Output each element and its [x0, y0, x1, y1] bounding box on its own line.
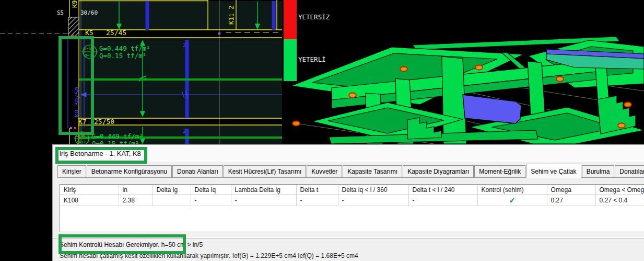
legend-sufficient-label: YETERLİ	[298, 55, 326, 63]
tab-kuvvetler[interactable]: Kuvvetler	[307, 165, 342, 178]
slab-id-label: D:90	[84, 47, 93, 51]
legend-insufficient-swatch	[284, 0, 297, 39]
cell-lambda-delta-ig: -	[231, 195, 296, 206]
tab-moment-egrilik[interactable]: Moment-Eğrilik	[474, 165, 525, 178]
col-ln[interactable]: ln	[119, 185, 153, 195]
cell-delta-t-240: -	[408, 195, 477, 206]
label-k8: K8 30/50	[74, 87, 81, 117]
tab-sehim-ve-catlak[interactable]: Sehim ve Çatlak	[526, 164, 581, 178]
label-s5: S5	[57, 9, 64, 16]
slab-load-annotation-lower: D:90 d=12 G=0.449 tf/m² Q=0.15 tf/m²	[74, 132, 143, 144]
slab-thickness-label: d=12	[85, 53, 93, 58]
tab-donati-alanlari[interactable]: Donatı Alanları	[172, 165, 223, 178]
deflection-table: Kiriş ln Delta ig Delta iq Lambda Delta …	[60, 184, 644, 232]
col-delta-iq-360[interactable]: Delta iq < l / 360	[338, 185, 408, 195]
divider	[53, 237, 644, 239]
label-k7-size: 25/50	[94, 118, 114, 126]
label-k11: K11 2	[228, 6, 235, 25]
label-30-60: 30/60	[80, 9, 98, 16]
label-axis2-bottom: 2	[183, 128, 186, 134]
tab-kapasite-tasarimi[interactable]: Kapasite Tasarımı	[343, 165, 402, 178]
3d-view[interactable]: YETERSİZ YETERLİ	[282, 0, 644, 144]
tab-donatilar[interactable]: Donatılar	[615, 165, 644, 178]
cell-ln: 2.38	[119, 195, 153, 206]
check-icon: ✓	[477, 195, 547, 206]
capacity-legend: YETERSİZ YETERLİ	[284, 0, 330, 81]
cell-omega-limit: 0.27 < 0.4	[595, 195, 644, 206]
col-lambda-delta-ig[interactable]: Lambda Delta ig	[231, 185, 296, 195]
label-k5: K5	[85, 29, 93, 37]
cell-delta-iq: -	[191, 195, 231, 206]
tabstrip: Kirişler Betonarme Konfigürasyonu Donatı…	[57, 163, 644, 178]
label-axis2-top: 2	[183, 42, 186, 48]
tab-kapasite-diyagramlari[interactable]: Kapasite Diyagramları	[403, 165, 474, 178]
slab-thickness-label: d=12	[77, 140, 86, 144]
plan-drawing: D:90 d=12 G=0.449 tf/m² Q=0.15 tf/m² D:9…	[0, 0, 282, 144]
live-load-label: Q=0.15 tf/m²	[92, 140, 139, 144]
cell-delta-iq-360: -	[338, 195, 408, 206]
beam-report-panel: iriş Betonarme - 1. KAT, K8 Kirişler Bet…	[52, 144, 644, 261]
col-delta-ig[interactable]: Delta ig	[153, 185, 191, 195]
tab-kesit-hucresi-lif-tasarimi[interactable]: Kesit Hücresi(Lif) Tasarımı	[224, 165, 306, 178]
3d-render: YETERSİZ YETERLİ	[282, 0, 644, 144]
beam-k8-selected[interactable]	[463, 95, 521, 123]
col-omega[interactable]: Omega	[547, 185, 595, 195]
col-delta-iq[interactable]: Delta iq	[191, 185, 231, 195]
live-load-label: Q=0.15 tf/m²	[99, 52, 146, 60]
tab-kirisler[interactable]: Kirişler	[57, 165, 86, 178]
tab-burulma[interactable]: Burulma	[582, 165, 615, 178]
dead-load-label: G=0.449 tf/m²	[92, 132, 143, 140]
status-line-primary: Sehim Kontrolü Hesabı Gerekmiyor. h=50 c…	[60, 241, 203, 248]
legend-sufficient-swatch	[284, 39, 297, 81]
plan-view[interactable]: D:90 d=12 G=0.449 tf/m² Q=0.15 tf/m² D:9…	[0, 0, 282, 144]
panel-title: iriş Betonarme - 1. KAT, K8	[60, 150, 141, 157]
table-header-row: Kiriş ln Delta ig Delta iq Lambda Delta …	[60, 185, 644, 195]
status-line-secondary: Sehim hesabı çatlamış kesit özellikleri …	[60, 252, 358, 259]
table-row[interactable]: K108 2.38 - - - - - ✓ 0.27 0.27 < 0.4	[60, 195, 644, 206]
tab-betonarme-konfigurasyonu[interactable]: Betonarme Konfigürasyonu	[87, 165, 172, 178]
col-delta-t-240[interactable]: Delta t < l / 240	[408, 185, 477, 195]
cell-delta-t: -	[296, 195, 338, 206]
app-window: D:90 d=12 G=0.449 tf/m² Q=0.15 tf/m² D:9…	[0, 0, 644, 261]
col-delta-t[interactable]: Delta t	[296, 185, 338, 195]
slab-id-label: D:90	[76, 134, 85, 138]
col-omega-limit[interactable]: Omega < Omega m	[595, 185, 644, 195]
cell-delta-ig	[153, 195, 191, 206]
label-k5-size: 25/45	[106, 29, 126, 37]
panel-header	[53, 145, 644, 162]
label-k9: K9	[71, 1, 78, 8]
cell-kiris: K108	[60, 195, 119, 206]
legend-insufficient-label: YETERSİZ	[298, 13, 330, 21]
cell-omega: 0.27	[547, 195, 595, 206]
col-kiris[interactable]: Kiriş	[60, 185, 119, 195]
slab-load-annotation-upper: D:90 d=12 G=0.449 tf/m² Q=0.15 tf/m²	[82, 44, 150, 60]
label-k7: K7	[78, 118, 87, 126]
dead-load-label: G=0.449 tf/m²	[99, 44, 150, 52]
col-kontrol-sehim[interactable]: Kontrol (sehim)	[477, 185, 547, 195]
